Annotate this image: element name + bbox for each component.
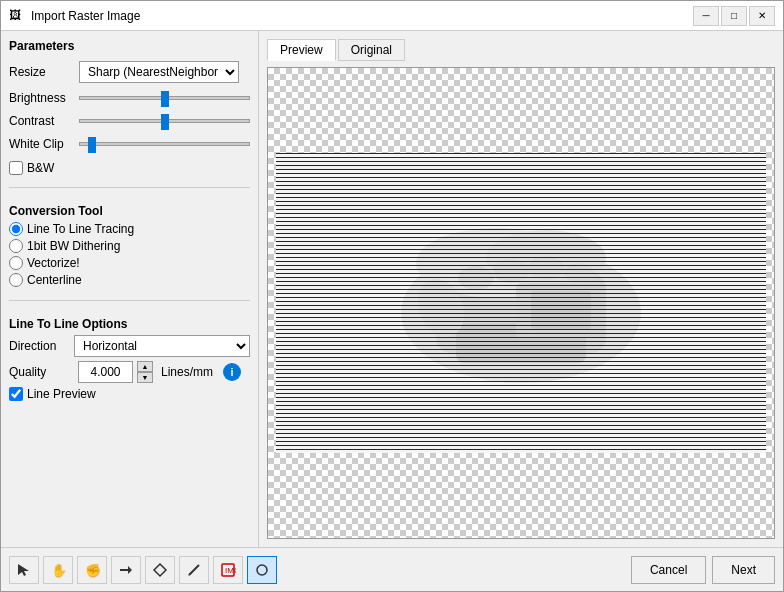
- white-clip-row: White Clip: [9, 136, 250, 152]
- svg-text:✊: ✊: [85, 562, 100, 578]
- white-clip-slider[interactable]: [79, 136, 250, 152]
- svg-marker-13: [18, 564, 29, 576]
- pencil-button[interactable]: [179, 556, 209, 584]
- divider-1: [9, 187, 250, 188]
- toolbar-action-buttons: Cancel Next: [631, 556, 775, 584]
- toolbar-icons: ✋ ✊ IMG: [9, 556, 631, 584]
- image-import-button[interactable]: IMG: [213, 556, 243, 584]
- arrow-right-button[interactable]: [111, 556, 141, 584]
- minimize-button[interactable]: ─: [693, 6, 719, 26]
- main-content: Parameters Resize Sharp (NearestNeighbor…: [1, 31, 783, 547]
- radio-vectorize-label: Vectorize!: [27, 256, 80, 270]
- next-button[interactable]: Next: [712, 556, 775, 584]
- brightness-row: Brightness: [9, 90, 250, 106]
- right-panel: Preview Original: [259, 31, 783, 547]
- conversion-section-title: Conversion Tool: [9, 204, 250, 218]
- preview-area: [267, 67, 775, 539]
- title-bar-left: 🖼 Import Raster Image: [9, 8, 140, 24]
- options-section-title: Line To Line Options: [9, 317, 250, 331]
- svg-marker-16: [120, 566, 132, 574]
- quality-row: Quality ▲ ▼ Lines/mm i: [9, 361, 250, 383]
- close-button[interactable]: ✕: [749, 6, 775, 26]
- hand-grab-button[interactable]: ✊: [77, 556, 107, 584]
- radio-centerline[interactable]: [9, 273, 23, 287]
- title-buttons: ─ □ ✕: [693, 6, 775, 26]
- svg-text:✋: ✋: [51, 562, 66, 578]
- direction-select[interactable]: Horizontal Vertical: [74, 335, 250, 357]
- options-section: Line To Line Options Direction Horizonta…: [9, 317, 250, 403]
- radio-vectorize-row: Vectorize!: [9, 256, 250, 270]
- left-panel: Parameters Resize Sharp (NearestNeighbor…: [1, 31, 259, 547]
- params-section-title: Parameters: [9, 39, 250, 53]
- brightness-slider-wrapper: [79, 90, 250, 106]
- quality-unit: Lines/mm: [161, 365, 213, 379]
- contrast-slider[interactable]: [79, 113, 250, 129]
- title-bar: 🖼 Import Raster Image ─ □ ✕: [1, 1, 783, 31]
- radio-centerline-row: Centerline: [9, 273, 250, 287]
- radio-1bit-label: 1bit BW Dithering: [27, 239, 120, 253]
- contrast-slider-wrapper: [79, 113, 250, 129]
- bw-row: B&W: [9, 161, 250, 175]
- radio-centerline-label: Centerline: [27, 273, 82, 287]
- quality-spinner: ▲ ▼: [137, 361, 153, 383]
- contrast-row: Contrast: [9, 113, 250, 129]
- line-preview-row: Line Preview: [9, 387, 250, 401]
- svg-point-22: [257, 565, 267, 575]
- bottom-toolbar: ✋ ✊ IMG Cancel Next: [1, 547, 783, 591]
- direction-row: Direction Horizontal Vertical: [9, 335, 250, 357]
- line-tracing-overlay: [276, 153, 766, 453]
- window-title: Import Raster Image: [31, 9, 140, 23]
- maximize-button[interactable]: □: [721, 6, 747, 26]
- radio-line-tracing-row: Line To Line Tracing: [9, 222, 250, 236]
- tab-preview[interactable]: Preview: [267, 39, 336, 61]
- tabs: Preview Original: [267, 39, 775, 61]
- radio-line-tracing-label: Line To Line Tracing: [27, 222, 134, 236]
- quality-input[interactable]: [78, 361, 133, 383]
- radio-1bit-row: 1bit BW Dithering: [9, 239, 250, 253]
- direction-label: Direction: [9, 339, 74, 353]
- resize-row: Resize Sharp (NearestNeighbor) Smooth (B…: [9, 61, 250, 83]
- white-clip-slider-wrapper: [79, 136, 250, 152]
- resize-label: Resize: [9, 65, 79, 79]
- radio-line-tracing[interactable]: [9, 222, 23, 236]
- resize-select[interactable]: Sharp (NearestNeighbor) Smooth (Bilinear…: [79, 61, 239, 83]
- main-window: 🖼 Import Raster Image ─ □ ✕ Parameters R…: [0, 0, 784, 592]
- info-icon[interactable]: i: [223, 363, 241, 381]
- svg-marker-17: [154, 564, 166, 576]
- quality-up-button[interactable]: ▲: [137, 361, 153, 372]
- white-clip-label: White Clip: [9, 137, 79, 151]
- line-preview-checkbox[interactable]: [9, 387, 23, 401]
- divider-2: [9, 300, 250, 301]
- radio-1bit[interactable]: [9, 239, 23, 253]
- quality-down-button[interactable]: ▼: [137, 372, 153, 383]
- brightness-label: Brightness: [9, 91, 79, 105]
- radio-vectorize[interactable]: [9, 256, 23, 270]
- line-preview-label: Line Preview: [27, 387, 96, 401]
- quality-label: Quality: [9, 365, 74, 379]
- cancel-button[interactable]: Cancel: [631, 556, 706, 584]
- preview-image-container: [276, 153, 766, 453]
- bw-checkbox[interactable]: [9, 161, 23, 175]
- hand-pan-button[interactable]: ✋: [43, 556, 73, 584]
- circle-button[interactable]: [247, 556, 277, 584]
- pointer-icon-button[interactable]: [9, 556, 39, 584]
- svg-text:IMG: IMG: [225, 566, 236, 575]
- bw-label: B&W: [27, 161, 54, 175]
- brightness-slider[interactable]: [79, 90, 250, 106]
- diamond-button[interactable]: [145, 556, 175, 584]
- conversion-section: Conversion Tool Line To Line Tracing 1bi…: [9, 204, 250, 290]
- tab-original[interactable]: Original: [338, 39, 405, 61]
- contrast-label: Contrast: [9, 114, 79, 128]
- app-icon: 🖼: [9, 8, 25, 24]
